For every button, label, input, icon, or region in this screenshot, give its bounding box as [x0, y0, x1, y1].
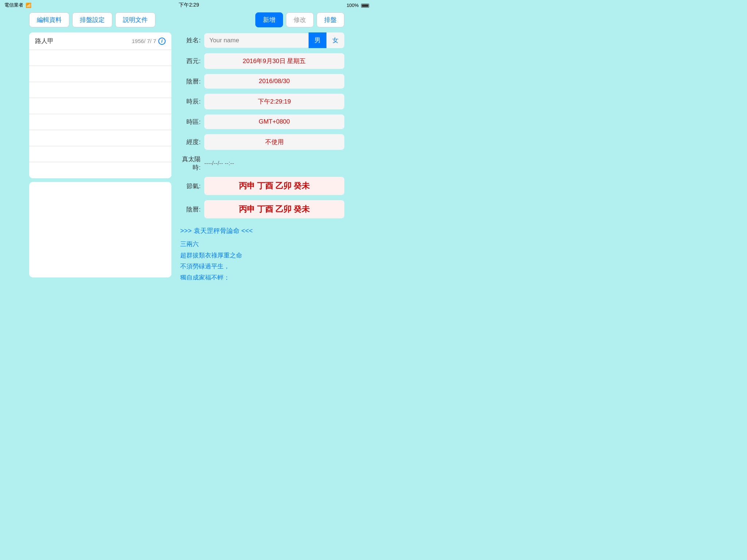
list-row[interactable]: [29, 98, 171, 114]
true-time-value: ----/--/-- --:--: [204, 160, 234, 167]
settings-button[interactable]: 排盤設定: [72, 12, 112, 27]
result-text: 三兩六 超群拔類衣祿厚重之命 不須勞碌過平生， 獨自成家福不輕； 早有福星常照命…: [180, 239, 343, 280]
lunar-cal-label: 陰曆:: [179, 205, 204, 214]
jieqi-row: 節氣: 丙申 丁酉 乙卯 癸未: [179, 177, 344, 195]
person-date: 1956/ 7/ 7: [132, 38, 156, 44]
list-row[interactable]: [29, 114, 171, 130]
list-row[interactable]: [29, 162, 171, 178]
info-icon[interactable]: i: [158, 38, 166, 45]
person-name: 路人甲: [35, 37, 54, 45]
result-title: >>> 袁天罡秤骨論命 <<<: [180, 226, 343, 235]
result-line3: 不須勞碌過平生，: [180, 261, 343, 272]
tz-label: 時區:: [179, 118, 204, 126]
lunar-row: 陰曆: 2016/08/30: [179, 74, 344, 89]
battery-area: 100%: [347, 3, 369, 8]
lunar-cal-value: 丙申 丁酉 乙卯 癸未: [204, 200, 344, 218]
tz-field[interactable]: GMT+0800: [204, 114, 344, 129]
wifi-icon: 📶: [26, 3, 31, 8]
list-container-bottom: [29, 182, 171, 277]
result-line1: 三兩六: [180, 239, 343, 250]
time-row: 時辰: 下午2:29:19: [179, 94, 344, 109]
lunar-label: 陰曆:: [179, 77, 204, 86]
status-left: 電信業者 📶: [4, 2, 31, 8]
tz-row: 時區: GMT+0800: [179, 114, 344, 129]
toolbar: 編輯資料 排盤設定 説明文件 新增 修改 排盤: [0, 10, 374, 30]
toolbar-right: 新增 修改 排盤: [255, 12, 344, 27]
list-row[interactable]: [29, 82, 171, 98]
result-section: >>> 袁天罡秤骨論命 <<< 三兩六 超群拔類衣祿厚重之命 不須勞碌過平生， …: [179, 226, 344, 280]
edit-data-button[interactable]: 編輯資料: [29, 12, 69, 27]
battery-percent: 100%: [347, 3, 359, 8]
list-rows: [29, 50, 171, 178]
time-label: 時辰:: [179, 97, 204, 106]
solar-label: 西元:: [179, 57, 204, 65]
main-content: 路人甲 1956/ 7/ 7 i 姓名:: [0, 30, 374, 280]
list-container: 路人甲 1956/ 7/ 7 i: [29, 32, 171, 178]
list-row[interactable]: [29, 146, 171, 162]
solar-row: 西元: 2016年9月30日 星期五: [179, 53, 344, 69]
list-row[interactable]: [29, 66, 171, 82]
lunar-field[interactable]: 2016/08/30: [204, 74, 344, 89]
chart-button[interactable]: 排盤: [317, 12, 344, 27]
name-row: 姓名: 男 女: [179, 32, 344, 48]
list-row[interactable]: [29, 130, 171, 146]
edit-button[interactable]: 修改: [286, 12, 314, 27]
true-time-row: 真太陽時: ----/--/-- --:--: [179, 155, 344, 172]
jieqi-value: 丙申 丁酉 乙卯 癸未: [204, 177, 344, 195]
carrier-label: 電信業者: [4, 2, 23, 8]
name-input[interactable]: [204, 33, 309, 48]
gender-female-button[interactable]: 女: [326, 32, 344, 48]
gender-male-button[interactable]: 男: [309, 32, 326, 48]
result-line4: 獨自成家福不輕；: [180, 272, 343, 280]
add-button[interactable]: 新增: [255, 12, 283, 27]
true-time-label: 真太陽時:: [179, 155, 204, 172]
list-item-main[interactable]: 路人甲 1956/ 7/ 7 i: [29, 32, 171, 50]
name-label: 姓名:: [179, 36, 204, 44]
docs-button[interactable]: 説明文件: [115, 12, 155, 27]
list-row[interactable]: [29, 50, 171, 66]
long-row: 經度: 不使用: [179, 134, 344, 150]
status-bar: 電信業者 📶 下午2:29 100%: [0, 0, 374, 10]
result-line2: 超群拔類衣祿厚重之命: [180, 250, 343, 261]
name-input-wrap: 男 女: [204, 32, 344, 48]
jieqi-label: 節氣:: [179, 182, 204, 190]
solar-field[interactable]: 2016年9月30日 星期五: [204, 53, 344, 69]
left-panel: 路人甲 1956/ 7/ 7 i: [29, 32, 171, 277]
long-field[interactable]: 不使用: [204, 134, 344, 150]
toolbar-left: 編輯資料 排盤設定 説明文件: [29, 12, 155, 27]
right-panel: 姓名: 男 女 西元: 2016年9月30日 星期五 陰曆: 2016/08/3…: [179, 32, 344, 277]
time-label: 下午2:29: [179, 2, 199, 8]
lunar-cal-row: 陰曆: 丙申 丁酉 乙卯 癸未: [179, 200, 344, 218]
battery-icon: [361, 4, 369, 8]
time-field[interactable]: 下午2:29:19: [204, 94, 344, 109]
long-label: 經度:: [179, 138, 204, 146]
